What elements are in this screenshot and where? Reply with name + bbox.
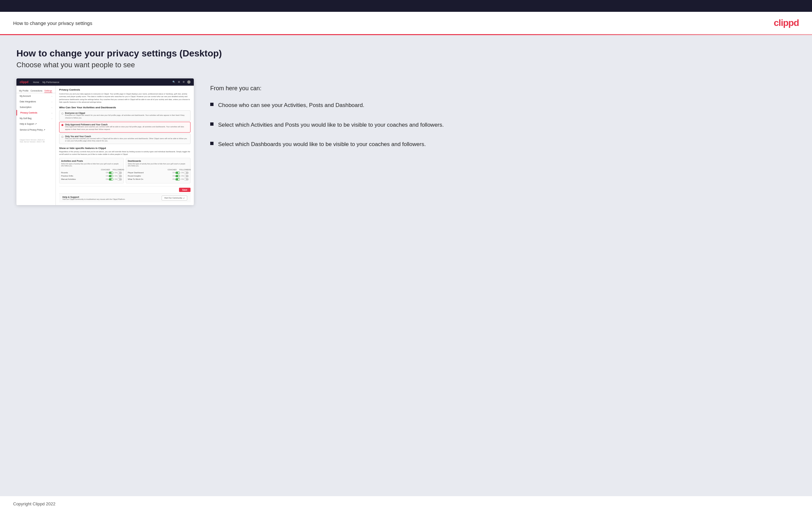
mock-radio-dot-everyone: [61, 113, 63, 115]
mock-chevron-account: ›: [52, 95, 52, 97]
mock-pd-coaches-on-label: ON: [172, 172, 175, 174]
mock-sidebar-label-privacy: Privacy Controls: [20, 112, 38, 114]
mock-pd-followers-pill: [184, 172, 189, 174]
bullet-item-3: Select which Dashboards you would like t…: [210, 140, 796, 149]
mock-radio-followers: Only Approved Followers and Your Coach O…: [59, 122, 191, 132]
bullet-square-3: [210, 142, 213, 145]
mock-wtw-coaches-toggle: ON: [172, 178, 180, 180]
mock-toggle-what-to-work: What To Work On ON ON: [128, 178, 189, 180]
mock-practice-coaches-pill: [109, 175, 113, 177]
bullet-item-2: Select which Activities and Posts you wo…: [210, 121, 796, 129]
mock-rounds-label: Rounds: [61, 172, 106, 174]
mock-radio-only-you: Only You and Your Coach Only you and the…: [59, 133, 191, 144]
footer: Copyright Clippd 2022: [0, 496, 812, 507]
header-title: How to change your privacy settings: [13, 20, 92, 26]
mock-ri-coaches-pill: [175, 175, 180, 177]
mock-dashboards-desc: Select the types of activity that you'd …: [128, 163, 189, 167]
mock-nav-links: Home My Performance: [33, 81, 59, 83]
mock-sidebar-label-help: Help & Support ↗: [20, 123, 37, 125]
mock-sidebar-label-account: My Account: [20, 95, 31, 97]
mock-manual-toggles: ON ON: [106, 178, 122, 180]
mock-radio-desc-followers: Only approved followers and coaches you …: [65, 126, 188, 130]
mock-practice-followers-toggle: ON: [115, 175, 122, 177]
mock-sidebar-data-integrations: Data Integrations ›: [16, 99, 55, 104]
mock-manual-coaches-pill: [109, 178, 113, 180]
mock-rounds-followers-pill: [117, 172, 122, 174]
mock-tab-settings: Settings: [44, 90, 52, 93]
mock-navbar: clippd Home My Performance 🔍 ⊞ ⚙: [16, 78, 194, 86]
mock-ri-followers-on-label: ON: [181, 175, 184, 177]
bullets-heading: From here you can:: [210, 85, 796, 92]
header: How to change your privacy settings clip…: [0, 12, 812, 34]
mock-manual-label: Manual Activities: [61, 178, 106, 180]
mock-practice-followers-pill: [117, 175, 122, 177]
mock-manual-followers-toggle: ON: [115, 178, 122, 180]
mock-toggle-section: Show or hide specific features in Clippd…: [59, 147, 191, 193]
mock-help-section: Help & Support Visit our Clippd communit…: [59, 193, 191, 203]
mock-player-dash-label: Player Dashboard: [128, 172, 172, 174]
mock-save-button[interactable]: Save: [179, 188, 191, 192]
mock-practice-label: Practice Drills: [61, 175, 106, 177]
mock-sidebar-privacy: Privacy Controls ›: [16, 110, 55, 115]
mock-act-followers-header: FOLLOWERS: [113, 169, 122, 171]
mock-sidebar-label-golfbag: My Golf Bag: [20, 117, 32, 119]
mock-wtw-followers-pill: [184, 178, 189, 180]
mock-dashboards-title: Dashboards: [128, 160, 189, 162]
bullet-text-3: Select which Dashboards you would like t…: [218, 140, 426, 149]
bullet-square-1: [210, 103, 213, 106]
mock-toggle-section-title: Show or hide specific features in Clippd: [59, 147, 191, 150]
mock-tab-profile: My Profile: [19, 90, 29, 93]
mock-settings-icon: ⚙: [183, 81, 185, 83]
mock-radio-label-everyone: Everyone on Clippd: [65, 112, 188, 114]
mock-rounds-followers-toggle: ON: [115, 172, 122, 174]
mock-radio-dot-only-you: [61, 136, 63, 138]
screenshot-mockup: clippd Home My Performance 🔍 ⊞ ⚙ My Pro: [16, 78, 194, 205]
mock-toggle-manual: Manual Activities ON ON: [61, 178, 122, 180]
mock-manual-followers-on-label: ON: [115, 178, 117, 180]
mock-round-insights-label: Round Insights: [128, 175, 172, 177]
mock-player-dash-followers-toggle: ON: [181, 172, 189, 174]
mock-chevron-privacy: ›: [52, 112, 52, 114]
mock-radio-group: Everyone on Clippd Everyone on Clippd ca…: [59, 110, 191, 144]
content-row: clippd Home My Performance 🔍 ⊞ ⚙ My Pro: [16, 78, 796, 205]
mock-activities-title: Activities and Posts: [61, 160, 122, 162]
logo: clippd: [774, 18, 799, 28]
mock-external-icon: ↗: [183, 197, 185, 199]
mock-manual-coaches-toggle: ON: [106, 178, 113, 180]
mock-wtw-label: What To Work On: [128, 178, 172, 180]
mock-avatar: [187, 80, 191, 84]
main-content: How to change your privacy settings (Des…: [0, 35, 812, 496]
mock-chevron-data: ›: [52, 101, 52, 103]
mock-sidebar-tabs: My Profile Connections Settings: [16, 88, 55, 93]
mock-round-insights-toggles: ON ON: [172, 175, 189, 177]
mock-privacy-desc: Control how you and your data appears to…: [59, 93, 191, 103]
mock-dash-coaches-header: COACHES: [167, 169, 177, 171]
mock-grid-icon: ⊞: [178, 81, 180, 83]
mock-toggle-grid: Activities and Posts Select the types of…: [59, 158, 191, 183]
mock-visit-community-button[interactable]: Visit Our Community ↗: [162, 195, 187, 201]
mock-help-desc: Visit our Clippd community to troublesho…: [62, 198, 125, 200]
mock-pd-followers-on-label: ON: [181, 172, 184, 174]
mock-chevron-golfbag: ›: [52, 117, 52, 119]
mock-toggle-rounds: Rounds ON ON: [61, 172, 122, 174]
mock-activities-desc: Select the types of activity that you'd …: [61, 163, 122, 167]
mock-sidebar: My Profile Connections Settings My Accou…: [16, 86, 56, 205]
mock-wtw-coaches-on-label: ON: [172, 178, 175, 180]
mock-help-title: Help & Support: [62, 196, 125, 198]
mock-rounds-coaches-toggle: ON: [106, 172, 113, 174]
mock-sidebar-label-policy: Service & Privacy Policy ↗: [20, 129, 45, 131]
mock-sidebar-my-account: My Account ›: [16, 93, 55, 99]
mock-logo: clippd: [20, 80, 29, 84]
mock-toggle-player-dash: Player Dashboard ON ON: [128, 172, 189, 174]
mock-body: My Profile Connections Settings My Accou…: [16, 86, 194, 205]
mock-sidebar-golf-bag: My Golf Bag ›: [16, 115, 55, 121]
mock-radio-desc-only-you: Only you and the coaches you connect wit…: [65, 137, 188, 143]
mock-tab-connections: Connections: [31, 90, 42, 93]
mock-search-icon: 🔍: [172, 81, 175, 83]
mock-wtw-followers-on-label: ON: [181, 178, 184, 180]
mock-sidebar-privacy-policy: Service & Privacy Policy ↗: [16, 127, 55, 133]
mock-sidebar-footer: Clippd Client Version: 2022.8.2 SQL Serv…: [16, 136, 55, 146]
mock-visibility-title: Who Can See Your Activities and Dashboar…: [59, 106, 191, 109]
mock-sidebar-subscription: Subscription ›: [16, 104, 55, 110]
mock-activities-col: Activities and Posts Select the types of…: [59, 158, 124, 183]
